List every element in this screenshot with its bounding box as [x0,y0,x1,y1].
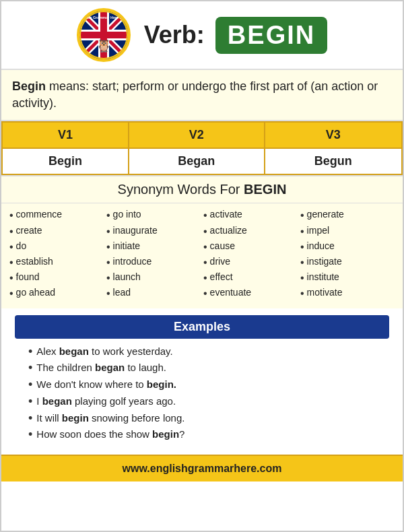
verb-forms-table: V1 V2 V3 Begin Began Begun [1,121,403,175]
synonym-col-3: •activate •actualize •cause •drive •effe… [203,209,298,300]
list-item: •motivate [300,287,395,300]
example-text-4: I began playing golf years ago. [36,395,176,407]
logo-flag-svg: 🦉 English Grammar Here .Com [79,11,128,59]
list-item: •effect [203,271,298,284]
synonym-col-1: •commence •create •do •establish •found … [9,209,104,300]
svg-text:English Grammar Here .Com: English Grammar Here .Com [79,15,128,20]
begin-badge: BEGIN [215,17,327,54]
list-item: •inaugurate [106,225,201,238]
example-text-5: It will begin snowing before long. [36,412,184,424]
meaning-word: Begin [12,79,46,93]
synonym-title-bold: BEGIN [244,182,286,197]
list-item: •cause [203,240,298,253]
list-item: •eventuate [203,287,298,300]
list-item: •create [9,225,104,238]
example-item-5: • It will begin snowing before long. [15,412,389,426]
v1-value: Begin [2,148,129,174]
list-item: •institute [300,271,395,284]
footer-url: www.englishgrammarhere.com [123,463,282,474]
example-text-2: The children began to laugh. [36,362,166,373]
examples-header: Examples [15,315,389,339]
meaning-definition: means: start; perform or undergo the fir… [12,79,378,110]
list-item: •go ahead [9,287,104,300]
v2-header: V2 [129,122,265,148]
list-item: •lead [106,287,201,300]
list-item: •drive [203,256,298,269]
list-item: •initiate [106,240,201,253]
v2-value: Began [129,148,265,174]
example-item-4: • I began playing golf years ago. [15,395,389,409]
v3-header: V3 [265,122,402,148]
v3-value: Begun [265,148,402,174]
list-item: •establish [9,256,104,269]
svg-text:🦉: 🦉 [96,38,112,53]
example-item-6: • How soon does the show begin? [15,428,389,442]
list-item: •go into [106,209,201,222]
example-text-6: How soon does the show begin? [36,428,184,440]
list-item: •generate [300,209,395,222]
v1-header: V1 [2,122,129,148]
header-section: English Grammar Here .Com [1,1,403,70]
list-item: •induce [300,240,395,253]
example-item-2: • The children began to laugh. [15,362,389,375]
list-item: •do [9,240,104,253]
synonym-header: Synonym Words For BEGIN [1,176,403,203]
example-item-3: • We don't know where to begin. [15,378,389,392]
synonym-columns: •commence •create •do •establish •found … [1,203,403,308]
synonym-section: Synonym Words For BEGIN •commence •creat… [1,175,403,308]
footer: www.englishgrammarhere.com [1,455,403,481]
list-item: •activate [203,209,298,222]
example-text-1: Alex began to work yesterday. [36,345,172,357]
synonym-col-4: •generate •impel •induce •instigate •ins… [300,209,395,300]
synonym-title-prefix: Synonym Words For [118,182,244,197]
svg-rect-8 [79,32,128,38]
verb-label: Verb: [144,21,205,49]
list-item: •actualize [203,225,298,238]
list-item: •impel [300,225,395,238]
site-logo: English Grammar Here .Com [77,8,131,62]
list-item: •commence [9,209,104,222]
list-item: •instigate [300,256,395,269]
synonym-col-2: •go into •inaugurate •initiate •introduc… [106,209,201,300]
examples-section: Examples • Alex began to work yesterday.… [1,308,403,455]
meaning-section: Begin means: start; perform or undergo t… [1,70,403,121]
list-item: •introduce [106,256,201,269]
list-item: •found [9,271,104,284]
header-title: Verb: BEGIN [144,17,327,54]
list-item: •launch [106,271,201,284]
example-text-3: We don't know where to begin. [36,378,176,390]
example-item-1: • Alex began to work yesterday. [15,345,389,359]
